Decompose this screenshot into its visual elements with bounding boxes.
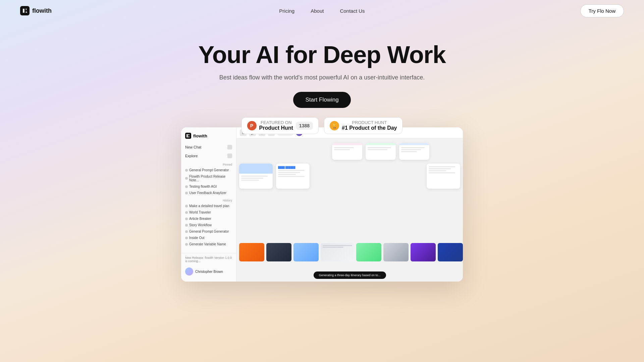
sidebar-history-1[interactable]: World Traveler [181,209,236,216]
logo-icon [20,6,30,15]
bullet-icon [185,218,188,220]
sidebar-pinned-3[interactable]: User Feedback Anaylizer [181,190,236,196]
sidebar-pinned-1[interactable]: Flowith Product Release Note... [181,173,236,183]
bullet-icon [185,192,188,194]
image-grid [236,243,463,261]
bullet-icon [185,211,188,214]
hero-title: Your AI for Deep Work [0,42,644,68]
logo-text: flowith [32,7,52,14]
pinned-item-label: General Prompt Generator [189,168,229,172]
thumb-crowd [383,243,409,261]
sidebar-history-0[interactable]: Make a detailed travel plan [181,203,236,209]
history-label: History [181,196,236,203]
canvas-card-3[interactable] [332,143,362,160]
sidebar-history-3[interactable]: Story Workflow [181,222,236,228]
thumb-street [266,243,291,261]
canvas-card-2[interactable] [366,143,396,160]
user-name: Christopher Brown [195,270,223,274]
bullet-icon [185,177,188,180]
thumb-food [239,243,264,261]
sidebar-pinned-2[interactable]: Testing flowith AGI [181,183,236,190]
thumb-map [356,243,381,261]
producthunt-icon: P [247,121,257,130]
thumb-text-card [321,243,354,261]
badge-award-label-top: PRODUCT HUNT [342,120,397,125]
hero-subtitle: Best ideas flow with the world's most po… [0,74,644,81]
badge-ph-text: FEATURED ON Product Hunt [259,120,293,131]
sidebar-history-6[interactable]: Generate Variable Name [181,241,236,247]
product-hunt-badge[interactable]: P FEATURED ON Product Hunt 1388 [241,117,319,134]
sidebar-user[interactable]: Christopher Brown [181,265,236,278]
sidebar-new-chat[interactable]: New Chat [181,143,236,152]
badge-award-text: PRODUCT HUNT #1 Product of the Day [342,120,397,131]
history-item-label: General Prompt Generator [189,230,229,233]
bullet-icon [185,224,188,227]
history-item-label: Generate Variable Name [189,242,226,246]
bullet-icon [185,243,188,246]
explore-icon [227,154,232,158]
app-preview: flowith New Chat Explore Pinned General … [181,127,463,282]
nav-links: Pricing About Contact Us [271,0,373,21]
bullet-icon [185,230,188,233]
bullet-icon [185,185,188,188]
svg-rect-0 [20,6,30,15]
nav-pricing[interactable]: Pricing [271,0,303,21]
thumb-night [411,243,436,261]
main-canvas: □ 💬 ⊞ ··· Share + [236,127,463,282]
badges-row: P FEATURED ON Product Hunt 1388 🏆 PRODUC… [0,117,644,134]
nav-contact[interactable]: Contact Us [332,0,373,21]
badge-award-label-main: #1 Product of the Day [342,125,397,131]
bullet-icon [185,169,188,172]
sidebar-new-chat-label: New Chat [185,145,201,149]
navbar: flowith Pricing About Contact Us Try Flo… [0,0,644,21]
pinned-item-label: User Feedback Anaylizer [189,191,226,195]
canvas-card-paris-1[interactable] [239,164,273,189]
pinned-item-label: Testing flowith AGI [189,185,217,188]
try-now-button[interactable]: Try Flo Now [580,4,624,17]
sidebar-explore[interactable]: Explore [181,152,236,160]
user-avatar [185,267,193,276]
generation-bar: Generating a three-day itinerary based o… [313,272,386,279]
sidebar-history-5[interactable]: Inside Out [181,235,236,241]
bullet-icon [185,205,188,207]
new-chat-icon [227,145,232,149]
sidebar-notice: New Release: flowith Version 1.0.0 is co… [181,253,236,265]
thumb-paris-view [293,243,319,261]
start-flowing-button[interactable]: Start Flowing [293,92,351,108]
badge-ph-label-top: FEATURED ON [259,120,293,125]
bullet-icon [185,237,188,239]
logo[interactable]: flowith [20,6,52,15]
sidebar-explore-label: Explore [185,154,198,158]
canvas-card-paris-3[interactable] [427,164,460,189]
sidebar-history-2[interactable]: Article Breaker [181,216,236,222]
sidebar-history-4[interactable]: General Prompt Generator [181,228,236,235]
canvas-area[interactable]: + [236,138,463,282]
nav-about[interactable]: About [303,0,332,21]
hero-section: Your AI for Deep Work Best ideas flow wi… [0,21,644,134]
canvas-card-paris-2[interactable]: ████ ██████ [276,164,310,189]
history-item-label: World Traveler [189,210,211,214]
pinned-item-label: Flowith Product Release Note... [189,175,232,182]
sidebar-pinned-0[interactable]: General Prompt Generator [181,167,236,173]
app-sidebar: flowith New Chat Explore Pinned General … [181,127,236,282]
product-of-day-badge[interactable]: 🏆 PRODUCT HUNT #1 Product of the Day [324,117,402,134]
history-item-label: Make a detailed travel plan [189,204,229,208]
history-item-label: Story Workflow [189,223,212,227]
trophy-icon: 🏆 [330,121,339,130]
badge-ph-count: 1388 [296,122,313,130]
badge-ph-label-main: Product Hunt [259,125,293,131]
canvas-card-1[interactable] [399,143,429,160]
pinned-label: Pinned [181,160,236,167]
history-item-label: Article Breaker [189,217,211,221]
history-item-label: Inside Out [189,236,205,240]
thumb-phone [438,243,463,261]
